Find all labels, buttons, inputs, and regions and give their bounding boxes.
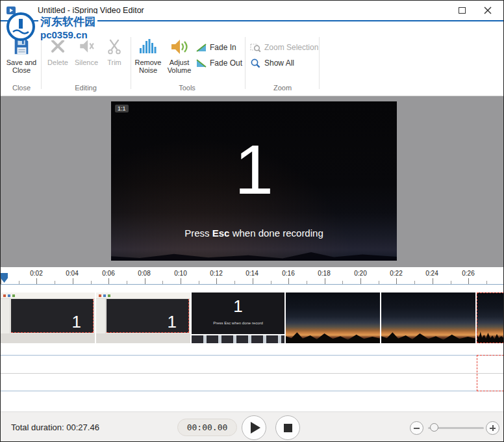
thumb-toolbar (96, 292, 190, 299)
thumb-toolbar-dots (3, 294, 6, 297)
maximize-button[interactable] (450, 1, 473, 20)
tree-silhouette (381, 328, 475, 343)
track-area: 1 1 1 Press Esc when done record (1, 285, 503, 411)
zoom-selection-label: Zoom Selection (264, 43, 318, 52)
video-clip-thumbnail[interactable]: 1 (96, 292, 190, 343)
tick-label: 0:16 (282, 270, 294, 277)
site-watermark: 河东软件园 pc0359.cn (5, 10, 141, 47)
thumb-capture-region: 1 (11, 299, 94, 333)
hint-key: Esc (212, 228, 230, 239)
video-clip-thumbnail[interactable] (381, 292, 475, 343)
thumb-number: 1 (72, 312, 81, 332)
ruler-major-ticks (1, 278, 503, 284)
audio-track[interactable] (1, 355, 503, 391)
tick-label: 0:24 (425, 270, 438, 277)
group-separator (245, 37, 246, 89)
delete-label: Delete (47, 58, 68, 66)
scale-badge: 1:1 (115, 105, 129, 112)
thumb-statusbar (1, 333, 95, 343)
thumb-number: 1 (192, 296, 284, 317)
video-preview: 1:1 1 Press Esc when done recording (111, 101, 397, 261)
remove-noise-icon (138, 37, 158, 57)
show-all-label: Show All (264, 58, 294, 68)
video-clip-thumbnail[interactable]: 1 Press Esc when done record (192, 292, 284, 343)
fade-in-label: Fade In (210, 43, 236, 52)
countdown-number: 1 (111, 134, 397, 205)
fade-in-button[interactable]: Fade In (196, 41, 236, 54)
thumb-capture-region: 1 (107, 299, 189, 333)
adjust-volume-label: Adjust Volume (164, 58, 194, 74)
thumb-number: 1 (168, 312, 177, 332)
tick-label: 0:20 (354, 270, 366, 277)
preview-area: 1:1 1 Press Esc when done recording (1, 96, 503, 267)
audio-selection (477, 355, 504, 391)
thumb-toolbar (1, 292, 95, 299)
tick-label: 0:02 (30, 270, 42, 277)
editing-group-label: Editing (45, 84, 127, 92)
group-separator (319, 37, 320, 89)
tick-label: 0:18 (318, 270, 330, 277)
close-icon (484, 6, 492, 14)
show-all-button[interactable]: Show All (250, 57, 294, 70)
thumb-mini-timeline (192, 334, 284, 343)
app-window: Untitled - iSpring Video Editor 河东软件园 pc… (0, 0, 504, 442)
zoom-selection-button[interactable]: Zoom Selection (250, 41, 318, 54)
tick-label: 0:08 (138, 270, 150, 277)
tree-silhouette (286, 328, 380, 343)
tick-label: 0:14 (246, 270, 258, 277)
total-duration: Total duration: 00:27.46 (11, 422, 99, 432)
remove-noise-label: Remove Noise (133, 58, 163, 74)
watermark-logo-icon (6, 12, 36, 44)
maximize-icon (459, 7, 466, 14)
tick-label: 0:22 (390, 270, 402, 277)
watermark-site-url: pc0359.cn (38, 29, 90, 40)
fade-out-button[interactable]: Fade Out (196, 57, 242, 70)
plus-icon (490, 425, 496, 431)
zoom-selection-icon (250, 42, 261, 53)
tick-label: 0:26 (462, 270, 474, 277)
tree-silhouette (111, 239, 397, 261)
video-clip-thumbnail[interactable]: 1 (1, 292, 95, 343)
tick-label: 0:12 (210, 270, 222, 277)
adjust-volume-button[interactable]: Adjust Volume (164, 37, 194, 85)
play-icon (251, 422, 260, 434)
tick-label: 0:04 (66, 270, 78, 277)
close-button[interactable] (476, 1, 499, 20)
thumb-statusbar (96, 333, 190, 343)
save-and-close-label: Save and Close (5, 58, 38, 74)
watermark-site-name: 河东软件园 (38, 14, 97, 30)
video-clip-thumbnail-selected[interactable] (477, 292, 504, 343)
fade-out-label: Fade Out (210, 58, 242, 68)
video-clip-thumbnail[interactable] (286, 292, 380, 343)
zoom-in-button[interactable] (486, 421, 499, 435)
close-group-label: Close (5, 84, 38, 92)
thumb-toolbar-dots (99, 294, 101, 297)
thumb-sidebar (1, 299, 10, 337)
zoom-out-button[interactable] (410, 421, 423, 435)
hint-prefix: Press (184, 228, 212, 239)
thumb-sidebar (96, 299, 106, 337)
transport-bar: Total duration: 00:27.46 00:00.00 (1, 411, 503, 442)
zoom-group-label: Zoom (250, 84, 315, 92)
current-time-display: 00:00.00 (177, 419, 237, 436)
show-all-icon (250, 58, 261, 68)
zoom-slider-handle[interactable] (430, 423, 438, 432)
tick-label: 0:06 (102, 270, 114, 277)
thumb-caption: Press Esc when done record (192, 321, 284, 325)
trim-label: Trim (107, 58, 121, 66)
hint-suffix: when done recording (229, 228, 323, 239)
minus-icon (414, 428, 420, 429)
fade-out-icon (196, 58, 207, 68)
stop-icon (284, 424, 292, 432)
recording-hint: Press Esc when done recording (111, 228, 397, 239)
tools-group-label: Tools (133, 84, 241, 92)
adjust-volume-icon (170, 37, 189, 57)
silence-label: Silence (75, 58, 98, 66)
fade-in-icon (196, 43, 207, 53)
play-button[interactable] (242, 415, 266, 440)
tick-label: 0:10 (174, 270, 186, 277)
timeline-ruler[interactable]: 0:02 0:04 0:06 0:08 0:10 0:12 0:14 0:16 … (1, 267, 503, 285)
tree-silhouette (477, 327, 503, 343)
stop-button[interactable] (275, 415, 300, 440)
